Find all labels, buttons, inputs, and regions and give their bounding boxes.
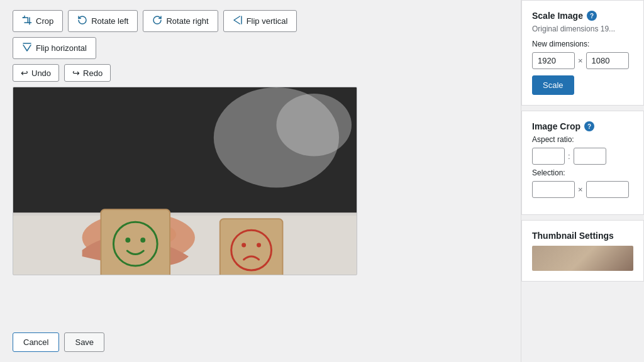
flip-vertical-label: Flip vertical [247,16,288,26]
undo-label: Undo [31,69,51,78]
scale-button-label: Scale [543,80,564,90]
image-canvas [13,87,357,275]
svg-point-17 [242,243,246,248]
svg-point-12 [125,238,130,243]
aspect-height-input[interactable] [574,148,606,165]
scale-panel-title: Scale Image ? [532,11,633,21]
flip-vertical-icon [233,15,243,27]
undo-redo-row: ↩ Undo ↪ Redo [13,64,508,82]
rotate-right-button[interactable]: Rotate right [143,10,218,32]
rotate-left-button[interactable]: Rotate left [68,10,138,32]
image-preview [13,87,357,275]
thumbnail-settings-panel: Thumbnail Settings [521,220,644,282]
toolbar-row2: Flip horizontal [13,37,508,59]
image-container [13,87,508,325]
svg-point-18 [257,243,261,248]
flip-vertical-button[interactable]: Flip vertical [223,10,297,32]
cancel-button[interactable]: Cancel [13,332,59,352]
scale-subtitle: Original dimensions 19... [532,25,633,33]
crop-title-text: Image Crop [532,121,580,131]
thumbnail-panel-title: Thumbnail Settings [532,231,633,241]
rotate-left-icon [77,15,87,27]
save-button[interactable]: Save [64,332,104,352]
rotate-right-label: Rotate right [166,16,208,26]
undo-button[interactable]: ↩ Undo [13,64,59,82]
dimensions-row: × [532,52,633,69]
crop-button[interactable]: Crop [13,10,63,32]
scale-image-panel: Scale Image ? Original dimensions 19... … [521,0,644,106]
redo-button[interactable]: ↪ Redo [64,64,111,82]
cancel-label: Cancel [23,337,48,347]
svg-point-13 [140,238,145,243]
selection-width-input[interactable] [532,181,575,198]
undo-icon: ↩ [21,68,28,78]
aspect-colon: : [568,151,570,161]
toolbar-row1: Crop Rotate left Rotate right [13,10,508,32]
main-area: Crop Rotate left Rotate right [0,0,521,362]
selection-label: Selection: [532,168,633,177]
svg-rect-14 [220,219,283,275]
selection-row: × [532,181,633,198]
aspect-ratio-row: : [532,148,633,165]
dim-separator: × [578,56,583,65]
rotate-left-label: Rotate left [91,16,128,26]
svg-point-4 [276,94,352,156]
scale-title-text: Scale Image [532,11,583,21]
height-input[interactable] [586,52,629,69]
crop-panel-title: Image Crop ? [532,121,633,131]
thumbnail-preview [532,246,633,271]
crop-label: Crop [36,16,53,26]
bottom-actions: Cancel Save [13,330,508,352]
flip-horizontal-button[interactable]: Flip horizontal [13,37,96,59]
aspect-width-input[interactable] [532,148,565,165]
image-crop-panel: Image Crop ? Aspect ratio: : Selection: … [521,111,644,215]
aspect-ratio-label: Aspect ratio: [532,135,633,144]
selection-separator: × [578,185,583,194]
redo-label: Redo [83,69,103,78]
new-dimensions-label: New dimensions: [532,40,633,48]
flip-horizontal-label: Flip horizontal [36,43,87,53]
crop-icon [22,15,32,27]
scale-button[interactable]: Scale [532,75,574,95]
crop-help-icon[interactable]: ? [584,121,594,131]
sidebar: Scale Image ? Original dimensions 19... … [521,0,644,362]
save-label: Save [75,337,94,347]
width-input[interactable] [532,52,575,69]
selection-height-input[interactable] [586,181,629,198]
redo-icon: ↪ [72,68,80,78]
scale-help-icon[interactable]: ? [587,11,597,21]
flip-horizontal-icon [22,42,32,54]
rotate-right-icon [152,15,162,27]
